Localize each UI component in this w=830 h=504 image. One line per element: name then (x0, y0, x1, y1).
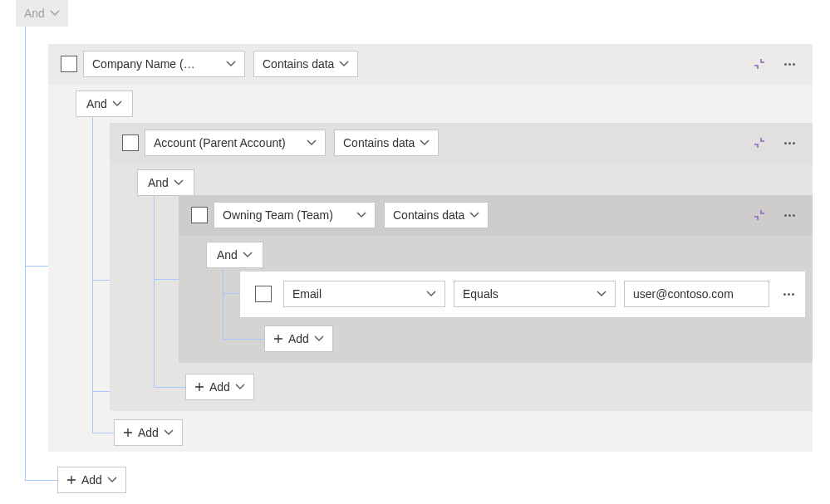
plus-icon (273, 334, 283, 344)
chevron-down-icon (339, 59, 349, 69)
group2-add-button[interactable]: Add (185, 374, 254, 400)
chevron-down-icon (420, 138, 430, 148)
group3-and-dropdown[interactable]: And (206, 242, 263, 268)
chevron-down-icon (174, 178, 184, 188)
chevron-down-icon (469, 210, 479, 220)
chevron-down-icon (226, 59, 236, 69)
more-icon (784, 214, 795, 217)
plus-icon (66, 475, 76, 485)
condition-row: Email Equals user@contoso.com (240, 272, 805, 317)
more-icon (784, 63, 795, 66)
group2-and-label: And (148, 176, 169, 189)
chevron-down-icon (356, 210, 366, 220)
chevron-down-icon (597, 289, 607, 299)
group1-and-dropdown[interactable]: And (76, 91, 133, 117)
chevron-down-icon (235, 382, 245, 392)
condition-operator-dropdown[interactable]: Equals (454, 281, 616, 307)
group3-collapse-button[interactable] (746, 202, 773, 228)
group1-condition-dropdown[interactable]: Contains data (253, 51, 358, 77)
group3-condition-dropdown[interactable]: Contains data (384, 202, 489, 228)
group3-condition-label: Contains data (393, 208, 464, 222)
group1-and-label: And (86, 97, 107, 110)
group1-field-dropdown[interactable]: Company Name (Accou… (83, 51, 245, 77)
chevron-down-icon (50, 8, 60, 18)
chevron-down-icon (426, 289, 436, 299)
group2-field-dropdown[interactable]: Account (Parent Account) (145, 130, 326, 156)
condition-more-button[interactable] (775, 281, 802, 307)
group2-add-label: Add (209, 380, 230, 394)
group3-add-label: Add (288, 332, 309, 345)
group3-more-button[interactable] (776, 202, 803, 228)
group2-collapse-button[interactable] (746, 130, 773, 156)
chevron-down-icon (107, 475, 117, 485)
outer-add-button[interactable]: Add (57, 467, 126, 493)
chevron-down-icon (307, 138, 317, 148)
condition-field-dropdown[interactable]: Email (283, 281, 445, 307)
collapse-icon (754, 58, 765, 70)
collapse-icon (754, 209, 765, 221)
chevron-down-icon (112, 99, 122, 109)
chevron-down-icon (243, 250, 253, 260)
condition-value-text: user@contoso.com (633, 287, 734, 301)
group2-condition-label: Contains data (343, 136, 415, 149)
group2-field-label: Account (Parent Account) (154, 136, 286, 149)
root-and-label: And (24, 7, 45, 20)
group3-field-dropdown[interactable]: Owning Team (Team) (214, 202, 376, 228)
chevron-down-icon (164, 428, 174, 438)
plus-icon (194, 382, 204, 392)
group2-checkbox[interactable] (122, 135, 139, 151)
group3-checkbox[interactable] (191, 207, 208, 223)
chevron-down-icon (314, 334, 324, 344)
group3-add-button[interactable]: Add (264, 325, 333, 352)
group3-and-label: And (217, 248, 238, 262)
group1-more-button[interactable] (776, 51, 803, 77)
group2-condition-dropdown[interactable]: Contains data (334, 130, 439, 156)
group1-add-label: Add (138, 426, 159, 439)
collapse-icon (754, 137, 765, 149)
group3-field-label: Owning Team (Team) (223, 208, 333, 222)
condition-field-label: Email (292, 287, 322, 301)
group2-more-button[interactable] (776, 130, 803, 156)
condition-operator-label: Equals (463, 287, 498, 301)
group1-collapse-button[interactable] (746, 51, 773, 77)
root-and-dropdown[interactable]: And (16, 0, 68, 27)
condition-value-input[interactable]: user@contoso.com (624, 281, 769, 307)
group2-and-dropdown[interactable]: And (137, 169, 194, 196)
more-icon (784, 142, 795, 144)
group1-field-label: Company Name (Accou… (92, 57, 200, 71)
group1-checkbox[interactable] (61, 56, 77, 72)
condition-checkbox[interactable] (255, 286, 272, 302)
group1-condition-label: Contains data (263, 57, 334, 71)
more-icon (783, 293, 794, 296)
plus-icon (123, 428, 133, 438)
group1-add-button[interactable]: Add (114, 419, 183, 446)
outer-add-label: Add (81, 473, 102, 487)
